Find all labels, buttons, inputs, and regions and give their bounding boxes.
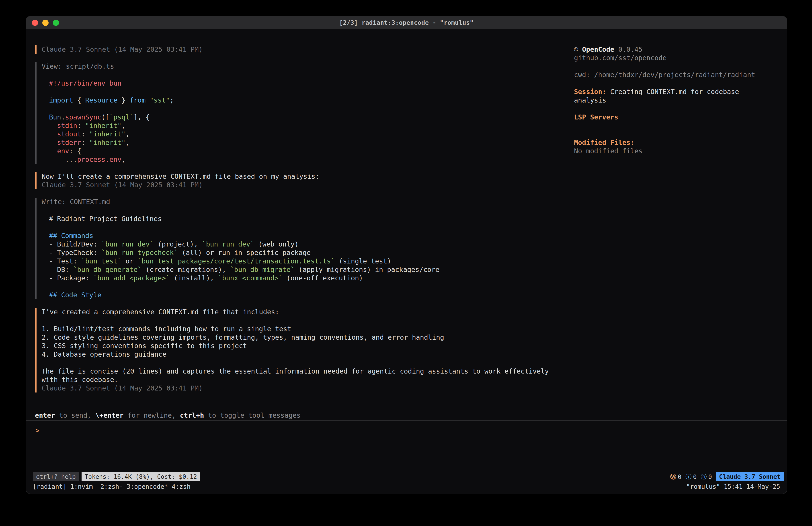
assistant-message-block: Now I'll create a comprehensive CONTEXT.… xyxy=(35,172,574,189)
markdown-line xyxy=(49,282,574,291)
message-text: The file is concise (20 lines) and captu… xyxy=(42,367,574,375)
message-text: I've created a comprehensive CONTEXT.md … xyxy=(42,308,574,316)
markdown-line: - TypeCheck: `bun run typecheck` (all) o… xyxy=(49,248,574,257)
markdown-line: - Test: `bun test` or `bun test packages… xyxy=(49,257,574,266)
markdown-line: - DB: `bun db generate` (create migratio… xyxy=(49,266,574,274)
tool-call-label: Write: CONTEXT.md xyxy=(42,198,574,206)
blank-line xyxy=(574,79,780,88)
tool-call-label: View: script/db.ts xyxy=(42,62,574,71)
message-text: Now I'll create a comprehensive CONTEXT.… xyxy=(42,172,574,181)
close-button[interactable] xyxy=(32,19,38,26)
opencode-brand: © OpenCode 0.0.45 xyxy=(574,45,780,54)
message-meta: Claude 3.7 Sonnet (14 May 2025 03:41 PM) xyxy=(42,45,574,54)
warning-count: 0 xyxy=(678,473,681,480)
hint-icon: ⓗ xyxy=(700,473,707,481)
code-line: import { Resource } from "sst"; xyxy=(49,96,574,104)
blank-line xyxy=(42,71,574,79)
terminal-window: [2/3] radiant:3:opencode - "romulus" Cla… xyxy=(26,16,787,494)
status-bar: ctrl+? help Tokens: 16.4K (8%), Cost: $0… xyxy=(26,471,787,482)
blank-line xyxy=(574,62,780,71)
markdown-line: - Build/Dev: `bun run dev` (project), `b… xyxy=(49,240,574,248)
blank-line xyxy=(574,104,780,113)
code-line: #!/usr/bin/env bun xyxy=(49,79,574,88)
markdown-line: # Radiant Project Guidelines xyxy=(49,215,574,223)
blank-line xyxy=(574,130,780,138)
diagnostics-hints: ⓗ 0 xyxy=(700,473,712,481)
message-text xyxy=(42,316,574,325)
message-text: 3. CSS styling conventions specific to t… xyxy=(42,342,574,350)
hint-count: 0 xyxy=(708,473,712,480)
message-meta: Claude 3.7 Sonnet (14 May 2025 03:41 PM) xyxy=(42,384,574,393)
session-title: Session: Creating CONTEXT.md for codebas… xyxy=(574,88,780,96)
cwd-path: cwd: /home/thdxr/dev/projects/radiant/ra… xyxy=(574,71,780,79)
code-line: stdout: "inherit", xyxy=(49,130,574,138)
status-bar-left: ctrl+? help Tokens: 16.4K (8%), Cost: $0… xyxy=(33,472,200,481)
message-meta: Claude 3.7 Sonnet (14 May 2025 03:41 PM) xyxy=(42,181,574,189)
warning-icon: Ⓦ xyxy=(670,473,676,481)
info-icon: ⓘ xyxy=(685,473,692,481)
opencode-content: Claude 3.7 Sonnet (14 May 2025 03:41 PM)… xyxy=(26,29,787,411)
lsp-servers-heading: LSP Servers xyxy=(574,113,780,122)
diagnostics-info: ⓘ 0 xyxy=(685,473,697,481)
assistant-message-block: I've created a comprehensive CONTEXT.md … xyxy=(35,308,574,393)
window-titlebar: [2/3] radiant:3:opencode - "romulus" xyxy=(26,16,787,29)
message-text: 4. Database operations guidance xyxy=(42,350,574,359)
tool-write-block: Write: CONTEXT.md # Radiant Project Guid… xyxy=(35,198,574,299)
code-snippet: #!/usr/bin/env bun import { Resource } f… xyxy=(42,79,574,164)
blank-line xyxy=(574,122,780,130)
tmux-window-list[interactable]: [radiant] 1:nvim 2:zsh- 3:opencode* 4:zs… xyxy=(33,483,190,494)
tmux-session-info: "romulus" 15:41 14-May-25 xyxy=(686,483,780,494)
tokens-cost-badge: Tokens: 16.4K (8%), Cost: $0.12 xyxy=(82,472,200,481)
code-line: ...process.env, xyxy=(49,155,574,164)
message-text: with this codebase. xyxy=(42,375,574,384)
model-badge[interactable]: Claude 3.7 Sonnet xyxy=(716,472,784,481)
prompt-symbol: > xyxy=(35,427,40,435)
diagnostics-warnings: Ⓦ 0 xyxy=(670,473,681,481)
message-text xyxy=(42,359,574,367)
tmux-status-bar: [radiant] 1:nvim 2:zsh- 3:opencode* 4:zs… xyxy=(26,482,787,494)
code-line: stderr: "inherit", xyxy=(49,138,574,147)
message-input[interactable]: > xyxy=(26,420,787,471)
keyboard-hints: enter to send, \+enter for newline, ctrl… xyxy=(35,411,787,420)
modified-files-status: No modified files xyxy=(574,147,780,155)
chat-area: Claude 3.7 Sonnet (14 May 2025 03:41 PM)… xyxy=(26,45,574,411)
help-shortcut-badge: ctrl+? help xyxy=(33,472,79,481)
code-line xyxy=(49,104,574,113)
tool-view-block: View: script/db.ts #!/usr/bin/env bun im… xyxy=(35,62,574,164)
session-sidebar: © OpenCode 0.0.45 github.com/sst/opencod… xyxy=(574,45,787,411)
assistant-message-block: Claude 3.7 Sonnet (14 May 2025 03:41 PM) xyxy=(35,45,574,54)
code-line xyxy=(49,88,574,96)
message-text: 1. Build/lint/test commands including ho… xyxy=(42,325,574,333)
window-controls xyxy=(32,16,59,29)
code-line: env: { xyxy=(49,147,574,155)
modified-files-heading: Modified Files: xyxy=(574,138,780,147)
code-line: Bun.spawnSync([`psql`], { xyxy=(49,113,574,122)
session-title-wrap: analysis xyxy=(574,96,780,104)
status-bar-right: Ⓦ 0 ⓘ 0 ⓗ 0 Claude 3.7 Sonnet xyxy=(670,472,784,481)
markdown-line: ## Code Style xyxy=(49,291,574,299)
markdown-preview: # Radiant Project Guidelines ## Commands… xyxy=(42,215,574,299)
markdown-line xyxy=(49,223,574,231)
blank-line xyxy=(42,206,574,215)
info-count: 0 xyxy=(693,473,697,480)
zoom-button[interactable] xyxy=(53,19,59,26)
markdown-line: ## Commands xyxy=(49,231,574,240)
minimize-button[interactable] xyxy=(42,19,48,26)
opencode-repo-url: github.com/sst/opencode xyxy=(574,54,780,62)
code-line: stdin: "inherit", xyxy=(49,122,574,130)
markdown-line: - Package: `bun add <package>` (install)… xyxy=(49,274,574,282)
message-text: 2. Code style guidelines covering import… xyxy=(42,333,574,342)
window-title: [2/3] radiant:3:opencode - "romulus" xyxy=(339,19,474,26)
